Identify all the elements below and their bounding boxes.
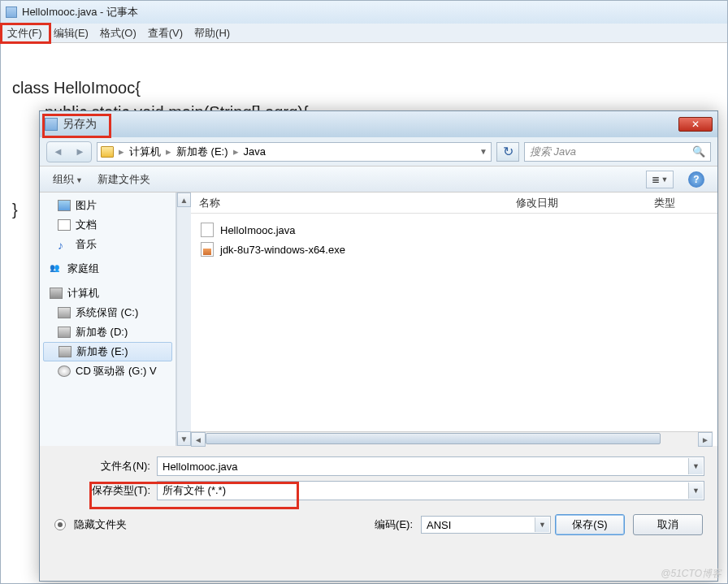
sidebar-item-music[interactable]: ♪音乐 xyxy=(40,235,176,254)
list-item[interactable]: jdk-8u73-windows-x64.exe xyxy=(191,240,717,259)
notepad-titlebar[interactable]: HelloImooc.java - 记事本 xyxy=(1,1,727,24)
column-date[interactable]: 修改日期 xyxy=(508,193,646,213)
breadcrumb-folder[interactable]: Java xyxy=(244,145,266,158)
breadcrumb-sep-icon: ▸ xyxy=(233,145,239,158)
pictures-icon xyxy=(58,200,71,211)
organize-button[interactable]: 组织▼ xyxy=(53,172,83,187)
search-placeholder: 搜索 Java xyxy=(530,145,576,159)
new-folder-button[interactable]: 新建文件夹 xyxy=(98,172,150,187)
encoding-select[interactable]: ANSI ▼ xyxy=(421,516,551,534)
file-icon xyxy=(201,223,214,237)
folder-icon xyxy=(101,146,114,158)
dialog-title-text: 另存为 xyxy=(63,117,97,132)
menu-edit[interactable]: 编辑(E) xyxy=(54,26,89,41)
nav-back-icon[interactable]: ◄ xyxy=(47,142,69,162)
notepad-title-text: HelloImooc.java - 记事本 xyxy=(22,5,138,19)
breadcrumb-sep-icon: ▸ xyxy=(119,145,124,158)
hide-folders-label: 隐藏文件夹 xyxy=(74,517,127,532)
sidebar-item-pictures[interactable]: 图片 xyxy=(40,196,176,215)
file-list: 名称 修改日期 类型 HelloImooc.java jdk-8u73-wind… xyxy=(191,193,717,446)
scrollbar-thumb[interactable] xyxy=(206,433,661,444)
drive-icon xyxy=(58,307,71,318)
sidebar-scrollbar[interactable]: ▲ ▼ xyxy=(176,193,191,446)
breadcrumb-dropdown-icon[interactable]: ▼ xyxy=(479,147,488,156)
save-as-dialog: 另存为 ✕ ◄ ► ▸ 计算机 ▸ 新加卷 (E:) ▸ Java ▼ ↻ 搜索… xyxy=(39,110,718,582)
dropdown-icon[interactable]: ▼ xyxy=(688,482,703,499)
sidebar-item-drive-e[interactable]: 新加卷 (E:) xyxy=(43,342,172,361)
scroll-right-icon[interactable]: ► xyxy=(698,432,713,447)
menu-help[interactable]: 帮助(H) xyxy=(194,26,230,41)
drive-icon xyxy=(58,346,72,357)
code-line-1: class HelloImooc{ xyxy=(12,79,141,97)
column-type[interactable]: 类型 xyxy=(646,193,683,213)
sidebar-item-homegroup[interactable]: 👥家庭组 xyxy=(40,259,176,279)
watermark: @51CTO博客 xyxy=(661,567,722,581)
filename-value: HelloImooc.java xyxy=(162,461,238,473)
file-list-header[interactable]: 名称 修改日期 类型 xyxy=(191,193,717,214)
dialog-navbar: ◄ ► ▸ 计算机 ▸ 新加卷 (E:) ▸ Java ▼ ↻ 搜索 Java … xyxy=(40,137,717,167)
notepad-menubar: 文件(F) 编辑(E) 格式(O) 查看(V) 帮助(H) xyxy=(1,24,727,43)
save-button[interactable]: 保存(S) xyxy=(555,514,625,535)
dialog-icon xyxy=(45,118,58,131)
sidebar-item-computer[interactable]: 计算机 xyxy=(40,283,176,303)
dropdown-icon[interactable]: ▼ xyxy=(535,517,549,532)
column-name[interactable]: 名称 xyxy=(191,193,508,213)
address-bar[interactable]: ▸ 计算机 ▸ 新加卷 (E:) ▸ Java ▼ xyxy=(97,142,492,162)
dialog-bottom: 文件名(N): HelloImooc.java ▼ 保存类型(T): 所有文件 … xyxy=(40,446,717,503)
list-item[interactable]: HelloImooc.java xyxy=(191,220,717,240)
filename-label: 文件名(N): xyxy=(53,459,150,474)
help-button[interactable]: ? xyxy=(688,171,704,188)
dialog-footer: 隐藏文件夹 编码(E): ANSI ▼ ↖ 保存(S) 取消 xyxy=(40,503,717,547)
search-input[interactable]: 搜索 Java 🔍 xyxy=(524,142,711,162)
menu-format[interactable]: 格式(O) xyxy=(100,26,136,41)
scroll-down-icon[interactable]: ▼ xyxy=(177,431,191,446)
file-list-body[interactable]: HelloImooc.java jdk-8u73-windows-x64.exe xyxy=(191,214,717,431)
filetype-select[interactable]: 所有文件 (*.*) ▼ xyxy=(157,481,704,500)
scroll-left-icon[interactable]: ◄ xyxy=(191,432,206,447)
sidebar-tree[interactable]: 图片 文档 ♪音乐 👥家庭组 计算机 系统保留 (C:) 新加卷 (D:) 新加… xyxy=(40,193,176,446)
nav-back-forward[interactable]: ◄ ► xyxy=(46,141,92,162)
breadcrumb-drive[interactable]: 新加卷 (E:) xyxy=(176,145,228,159)
dialog-titlebar[interactable]: 另存为 ✕ xyxy=(40,111,717,137)
music-icon: ♪ xyxy=(58,239,71,250)
menu-view[interactable]: 查看(V) xyxy=(148,26,183,41)
nav-forward-icon[interactable]: ► xyxy=(69,142,91,162)
dialog-toolbar: 组织▼ 新建文件夹 ≣ ▼ ? xyxy=(40,167,717,193)
sidebar-item-drive-d[interactable]: 新加卷 (D:) xyxy=(40,322,176,342)
code-line-3: } xyxy=(12,201,18,218)
breadcrumb-computer[interactable]: 计算机 xyxy=(129,145,161,159)
menu-file[interactable]: 文件(F) xyxy=(7,26,42,41)
sidebar-item-drive-g[interactable]: CD 驱动器 (G:) V xyxy=(40,361,176,381)
filetype-label: 保存类型(T): xyxy=(53,483,150,498)
dropdown-icon[interactable]: ▼ xyxy=(688,458,703,474)
documents-icon xyxy=(58,219,71,231)
breadcrumb-sep-icon: ▸ xyxy=(166,145,171,158)
computer-icon xyxy=(50,288,63,299)
exe-icon xyxy=(201,242,214,257)
sidebar-item-documents[interactable]: 文档 xyxy=(40,215,176,235)
filetype-value: 所有文件 (*.*) xyxy=(162,483,226,498)
drive-icon xyxy=(58,327,71,338)
filename-input[interactable]: HelloImooc.java ▼ xyxy=(157,456,704,476)
notepad-app-icon xyxy=(6,6,17,18)
cancel-button[interactable]: 取消 xyxy=(633,514,703,535)
file-name: HelloImooc.java xyxy=(220,224,296,236)
homegroup-icon: 👥 xyxy=(50,263,63,275)
encoding-label: 编码(E): xyxy=(375,517,413,532)
close-button[interactable]: ✕ xyxy=(678,117,713,132)
scroll-up-icon[interactable]: ▲ xyxy=(177,193,191,207)
encoding-value: ANSI xyxy=(427,519,451,531)
refresh-button[interactable]: ↻ xyxy=(496,142,519,162)
sidebar-item-drive-c[interactable]: 系统保留 (C:) xyxy=(40,303,176,322)
horizontal-scrollbar[interactable]: ◄ ► xyxy=(191,431,713,446)
view-mode-button[interactable]: ≣ ▼ xyxy=(646,171,674,188)
hide-folders-toggle[interactable] xyxy=(54,519,66,530)
cd-drive-icon xyxy=(58,366,71,377)
search-icon: 🔍 xyxy=(692,145,705,158)
file-name: jdk-8u73-windows-x64.exe xyxy=(220,244,345,256)
